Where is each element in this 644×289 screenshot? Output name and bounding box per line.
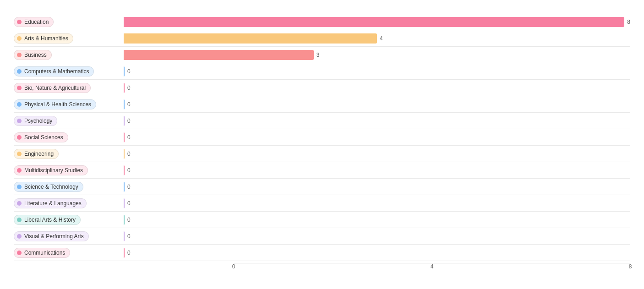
- bar: [124, 231, 125, 241]
- pill-dot: [17, 36, 22, 41]
- category-label: Arts & Humanities: [24, 35, 68, 42]
- bar-value: 0: [127, 167, 131, 174]
- category-pill: Psychology: [14, 116, 57, 126]
- bar: [124, 33, 377, 44]
- category-pill: Science & Technology: [14, 182, 83, 192]
- pill-dot: [17, 102, 22, 107]
- pill-dot: [17, 135, 22, 140]
- bar-row: Social Sciences 0: [14, 129, 630, 146]
- bar: [124, 66, 125, 76]
- category-pill: Business: [14, 50, 52, 60]
- bar-row: Psychology 0: [14, 113, 630, 129]
- bar-value: 0: [127, 68, 131, 75]
- bar: [124, 132, 125, 142]
- pill-dot: [17, 152, 22, 156]
- x-tick: 8: [629, 263, 632, 270]
- pill-dot: [17, 185, 22, 189]
- bar-row: Science & Technology 0: [14, 179, 630, 195]
- bar-container: 0: [124, 96, 630, 112]
- bar-container: 0: [124, 245, 630, 261]
- bar: [124, 149, 125, 159]
- label-pill: Computers & Mathematics: [14, 66, 124, 76]
- label-pill: Social Sciences: [14, 132, 124, 142]
- bar-container: 3: [124, 47, 630, 63]
- bar-value: 0: [127, 134, 131, 141]
- category-label: Science & Technology: [24, 184, 78, 190]
- bar: [124, 198, 125, 208]
- category-pill: Computers & Mathematics: [14, 66, 94, 76]
- bar-container: 0: [124, 179, 630, 195]
- pill-dot: [17, 251, 22, 255]
- bar-row: Arts & Humanities 4: [14, 30, 630, 47]
- bar-container: 0: [124, 129, 630, 145]
- label-pill: Visual & Performing Arts: [14, 231, 124, 241]
- category-label: Computers & Mathematics: [24, 68, 89, 75]
- category-label: Communications: [24, 250, 65, 256]
- bar-container: 8: [124, 14, 630, 30]
- bar-value: 0: [127, 151, 131, 157]
- category-pill: Liberal Arts & History: [14, 215, 81, 225]
- bar-value: 0: [127, 250, 131, 256]
- pill-dot: [17, 168, 22, 173]
- bar-value: 0: [127, 101, 131, 108]
- label-pill: Arts & Humanities: [14, 33, 124, 44]
- bar-container: 0: [124, 146, 630, 162]
- category-pill: Social Sciences: [14, 132, 68, 142]
- bar-row: Liberal Arts & History 0: [14, 212, 630, 228]
- bar-row: Physical & Health Sciences 0: [14, 96, 630, 113]
- bar: [124, 165, 125, 175]
- pill-dot: [17, 119, 22, 123]
- x-axis: 048: [234, 263, 630, 274]
- label-pill: Liberal Arts & History: [14, 215, 124, 225]
- label-pill: Communications: [14, 248, 124, 258]
- bar-row: Literature & Languages 0: [14, 195, 630, 212]
- category-label: Engineering: [24, 151, 54, 157]
- label-pill: Science & Technology: [14, 182, 124, 192]
- pill-dot: [17, 201, 22, 206]
- label-pill: Education: [14, 17, 124, 27]
- bar-container: 0: [124, 113, 630, 129]
- bar: [124, 17, 624, 27]
- label-pill: Psychology: [14, 116, 124, 126]
- bar-container: 4: [124, 30, 630, 46]
- category-label: Psychology: [24, 118, 52, 124]
- bar: [124, 215, 125, 225]
- bar-container: 0: [124, 228, 630, 244]
- category-pill: Communications: [14, 248, 70, 258]
- label-pill: Business: [14, 50, 124, 60]
- bar-row: Education 8: [14, 14, 630, 30]
- bar-row: Business 3: [14, 47, 630, 63]
- label-pill: Literature & Languages: [14, 198, 124, 208]
- bar: [124, 83, 125, 93]
- pill-dot: [17, 53, 22, 57]
- category-pill: Bio, Nature & Agricultural: [14, 83, 91, 93]
- category-label: Business: [24, 52, 47, 58]
- category-label: Education: [24, 19, 49, 25]
- category-pill: Education: [14, 17, 54, 27]
- bar-value: 0: [127, 85, 131, 91]
- category-pill: Physical & Health Sciences: [14, 99, 96, 109]
- category-label: Liberal Arts & History: [24, 217, 76, 223]
- pill-dot: [17, 20, 22, 24]
- category-pill: Literature & Languages: [14, 198, 87, 208]
- category-pill: Arts & Humanities: [14, 33, 73, 44]
- bar-value: 0: [127, 184, 131, 190]
- pill-dot: [17, 86, 22, 90]
- pill-dot: [17, 69, 22, 74]
- bar-container: 0: [124, 63, 630, 79]
- bar: [124, 116, 125, 126]
- category-label: Bio, Nature & Agricultural: [24, 85, 86, 91]
- label-pill: Bio, Nature & Agricultural: [14, 83, 124, 93]
- label-pill: Multidisciplinary Studies: [14, 165, 124, 175]
- bar-row: Communications 0: [14, 245, 630, 261]
- bar-value: 8: [627, 19, 630, 25]
- category-label: Literature & Languages: [24, 200, 82, 207]
- bar-container: 0: [124, 162, 630, 178]
- bar-value: 0: [127, 233, 131, 240]
- bar: [124, 248, 125, 258]
- bar-row: Bio, Nature & Agricultural 0: [14, 80, 630, 96]
- x-tick: 4: [431, 263, 434, 270]
- category-pill: Visual & Performing Arts: [14, 231, 89, 241]
- bar-row: Visual & Performing Arts 0: [14, 228, 630, 245]
- bar: [124, 99, 125, 109]
